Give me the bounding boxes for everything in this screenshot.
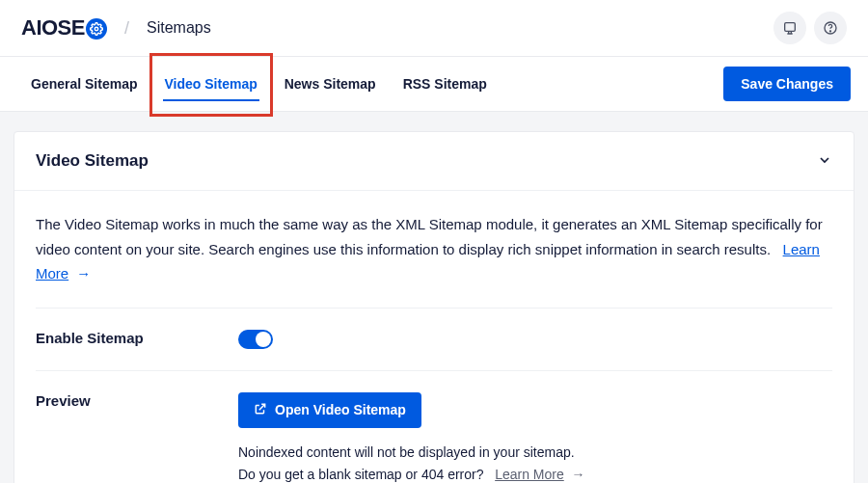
preview-helper-line2: Do you get a blank sitemap or 404 error?…	[238, 464, 832, 483]
header-left: AIOSE / Sitemaps	[21, 15, 211, 40]
tab-video-sitemap[interactable]: Video Sitemap	[151, 57, 271, 111]
breadcrumb-divider: /	[124, 18, 129, 39]
tab-label: Video Sitemap	[165, 76, 258, 92]
svg-rect-1	[785, 23, 796, 32]
tabs: General Sitemap Video Sitemap News Sitem…	[17, 57, 501, 111]
row-enable-sitemap: Enable Sitemap	[36, 309, 832, 371]
preview-content: Open Video Sitemap Noindexed content wil…	[238, 392, 832, 484]
open-video-sitemap-label: Open Video Sitemap	[275, 402, 406, 417]
preview-learn-more-link[interactable]: Learn More	[495, 467, 564, 482]
svg-point-3	[829, 31, 830, 32]
arrow-right-icon: →	[568, 467, 585, 482]
card-title: Video Sitemap	[36, 151, 149, 171]
preview-helper: Noindexed content will not be displayed …	[238, 442, 832, 484]
tab-rss-sitemap[interactable]: RSS Sitemap	[390, 57, 501, 111]
page-body: Video Sitemap The Video Sitemap works in…	[0, 112, 868, 483]
card-intro: The Video Sitemap works in much the same…	[36, 212, 832, 309]
card-body: The Video Sitemap works in much the same…	[14, 191, 854, 483]
arrow-right-icon: →	[76, 261, 91, 286]
chevron-down-icon	[817, 152, 832, 171]
enable-sitemap-toggle[interactable]	[238, 330, 273, 349]
logo-text: AIOSE	[21, 15, 85, 40]
preview-helper-line2-text: Do you get a blank sitemap or 404 error?	[238, 467, 483, 482]
intro-text: The Video Sitemap works in much the same…	[36, 216, 823, 257]
enable-sitemap-label: Enable Sitemap	[36, 330, 238, 349]
tab-general-sitemap[interactable]: General Sitemap	[17, 57, 151, 111]
app-header: AIOSE / Sitemaps	[0, 0, 868, 56]
help-button[interactable]	[814, 12, 847, 44]
tab-label: News Sitemap	[285, 76, 376, 92]
tab-label: RSS Sitemap	[403, 76, 487, 92]
card-header[interactable]: Video Sitemap	[14, 132, 854, 191]
row-preview: Preview Open Video Sitemap Noindexed con…	[36, 371, 832, 484]
svg-point-0	[95, 27, 98, 31]
breadcrumb: Sitemaps	[147, 19, 211, 37]
tab-bar: General Sitemap Video Sitemap News Sitem…	[0, 56, 868, 112]
enable-sitemap-control	[238, 330, 832, 349]
preview-helper-line1: Noindexed content will not be displayed …	[238, 442, 832, 465]
external-link-icon	[254, 402, 267, 418]
tab-label: General Sitemap	[31, 76, 138, 92]
header-actions	[773, 12, 847, 44]
notifications-button[interactable]	[773, 12, 806, 44]
save-button[interactable]: Save Changes	[723, 67, 851, 101]
logo: AIOSE	[21, 15, 107, 40]
video-sitemap-card: Video Sitemap The Video Sitemap works in…	[14, 131, 854, 483]
logo-gear-icon	[86, 18, 107, 40]
preview-label: Preview	[36, 392, 238, 484]
open-video-sitemap-button[interactable]: Open Video Sitemap	[238, 392, 421, 428]
tab-news-sitemap[interactable]: News Sitemap	[271, 57, 390, 111]
